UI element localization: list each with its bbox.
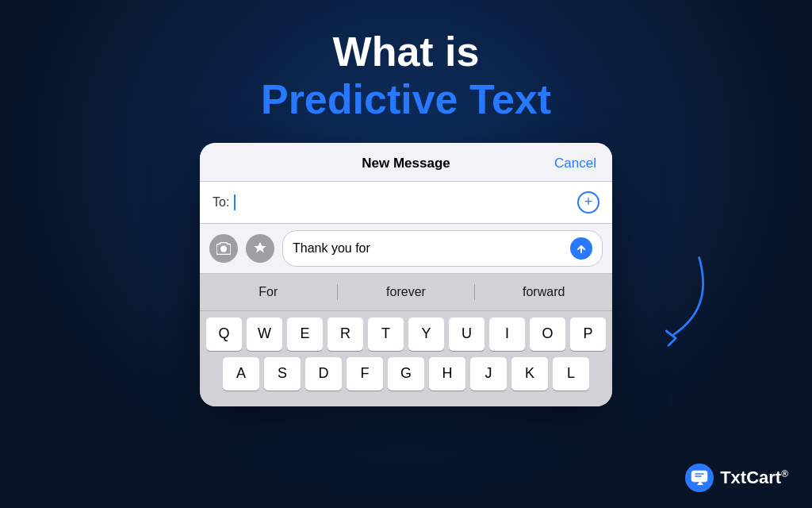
key-s[interactable]: S [264,357,301,391]
keyboard: Q W E R T Y U I O P A S D F G H J K L [200,311,612,406]
predictive-text-row: For forever forward [200,274,612,311]
send-button[interactable] [570,237,592,260]
add-recipient-button[interactable]: + [577,191,599,214]
key-j[interactable]: J [470,357,507,391]
key-d[interactable]: D [305,357,342,391]
key-t[interactable]: T [368,318,404,351]
key-h[interactable]: H [429,357,465,391]
keyboard-row-1: Q W E R T Y U I O P [206,318,606,351]
toolbar-row: Thank you for [200,224,612,274]
title-line1: What is [261,29,551,76]
key-r[interactable]: R [327,318,363,351]
key-l[interactable]: L [553,357,589,391]
message-header: New Message Cancel [200,143,612,182]
svg-point-0 [221,247,226,252]
key-o[interactable]: O [530,318,565,351]
key-i[interactable]: I [489,318,525,351]
predictive-word-3[interactable]: forward [475,282,612,302]
key-g[interactable]: G [388,357,424,391]
keyboard-row-2: A S D F G H J K L [206,357,606,391]
key-f[interactable]: F [347,357,383,391]
to-field[interactable]: To: + [200,182,612,224]
key-p[interactable]: P [570,318,606,351]
arrow-container [638,254,717,352]
camera-icon[interactable] [209,234,238,263]
title-line2: Predictive Text [261,76,551,124]
key-a[interactable]: A [223,357,259,391]
curved-arrow-icon [638,254,717,349]
text-cursor [234,194,236,210]
key-w[interactable]: W [247,318,282,351]
key-e[interactable]: E [287,318,323,351]
key-k[interactable]: K [511,357,548,391]
branding-text: TxtCart® [720,468,788,488]
txtcart-icon [685,464,714,492]
branding: TxtCart® [685,464,788,492]
predictive-word-2[interactable]: forever [338,282,475,302]
phone-mockup: New Message Cancel To: + [200,143,612,406]
key-q[interactable]: Q [206,318,242,351]
key-u[interactable]: U [449,318,485,351]
message-header-title: New Message [362,156,450,171]
message-input-text: Thank you for [293,241,564,256]
appstore-icon[interactable] [246,234,274,263]
predictive-word-1[interactable]: For [200,282,337,302]
title-section: What is Predictive Text [261,29,551,124]
to-label: To: [213,195,229,210]
key-y[interactable]: Y [408,318,444,351]
cancel-button[interactable]: Cancel [554,156,596,171]
message-input[interactable]: Thank you for [282,230,603,267]
